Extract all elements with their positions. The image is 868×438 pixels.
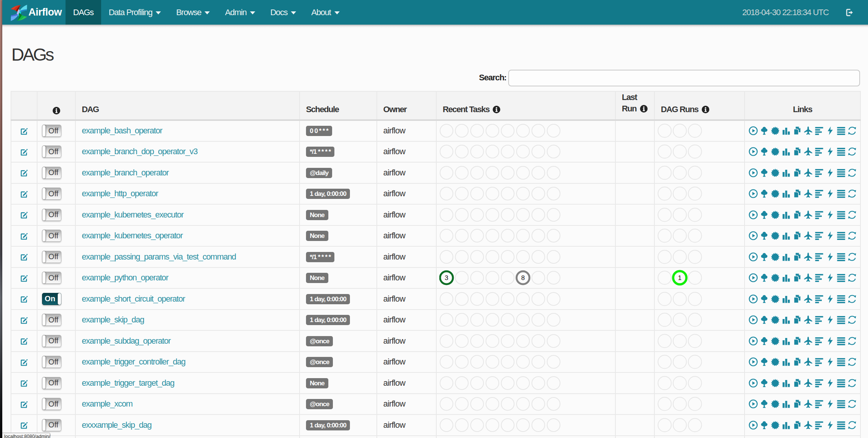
landing-plane-icon[interactable]	[804, 379, 813, 388]
tree-icon[interactable]	[760, 421, 769, 430]
logs-align-justify-icon[interactable]	[837, 294, 846, 303]
graph-starburst-icon[interactable]	[771, 399, 780, 408]
gantt-align-left-icon[interactable]	[815, 231, 824, 240]
code-flash-icon[interactable]	[826, 294, 835, 303]
code-flash-icon[interactable]	[826, 379, 835, 388]
logs-align-justify-icon[interactable]	[837, 147, 846, 156]
graph-starburst-icon[interactable]	[771, 357, 780, 366]
logs-align-justify-icon[interactable]	[837, 399, 846, 408]
landing-plane-icon[interactable]	[804, 273, 813, 282]
graph-starburst-icon[interactable]	[771, 252, 780, 261]
tree-icon[interactable]	[760, 294, 769, 303]
duration-bars-icon[interactable]	[782, 273, 791, 282]
dag-pause-toggle[interactable]: Off	[42, 398, 61, 410]
edit-dag-icon[interactable]	[20, 421, 28, 430]
play-circle-icon[interactable]	[749, 210, 758, 219]
duration-bars-icon[interactable]	[782, 126, 791, 135]
tries-duplicate-icon[interactable]	[793, 421, 802, 430]
edit-dag-icon[interactable]	[20, 295, 28, 303]
dag-pause-toggle[interactable]: Off	[42, 272, 61, 284]
play-circle-icon[interactable]	[749, 231, 758, 240]
dag-pause-toggle[interactable]: Off	[42, 188, 61, 200]
logs-align-justify-icon[interactable]	[837, 357, 846, 366]
schedule-badge[interactable]: 0 0 * * *	[306, 126, 332, 136]
gantt-align-left-icon[interactable]	[815, 210, 824, 219]
tree-icon[interactable]	[760, 273, 769, 282]
code-flash-icon[interactable]	[826, 168, 835, 177]
dag-link[interactable]: example_branch_dop_operator_v3	[82, 147, 197, 156]
landing-plane-icon[interactable]	[804, 210, 813, 219]
duration-bars-icon[interactable]	[782, 421, 791, 430]
edit-dag-icon[interactable]	[20, 274, 28, 283]
code-flash-icon[interactable]	[826, 357, 835, 366]
refresh-icon[interactable]	[848, 210, 857, 219]
landing-plane-icon[interactable]	[804, 315, 813, 324]
gantt-align-left-icon[interactable]	[815, 379, 824, 388]
code-flash-icon[interactable]	[826, 231, 835, 240]
dag-pause-toggle[interactable]: Off	[42, 209, 61, 221]
dag-link[interactable]: example_passing_params_via_test_command	[82, 252, 236, 261]
tree-icon[interactable]	[760, 336, 769, 346]
tries-duplicate-icon[interactable]	[793, 147, 802, 156]
duration-bars-icon[interactable]	[782, 252, 791, 261]
code-flash-icon[interactable]	[826, 147, 835, 156]
col-header-dag-runs[interactable]: DAG Runs	[654, 91, 745, 120]
duration-bars-icon[interactable]	[782, 210, 791, 219]
play-circle-icon[interactable]	[749, 294, 758, 303]
landing-plane-icon[interactable]	[804, 294, 813, 303]
dag-link[interactable]: example_skip_dag	[82, 315, 144, 324]
duration-bars-icon[interactable]	[782, 189, 791, 198]
logs-align-justify-icon[interactable]	[837, 421, 846, 430]
play-circle-icon[interactable]	[749, 147, 758, 156]
duration-bars-icon[interactable]	[782, 147, 791, 156]
schedule-badge[interactable]: 1 day, 0:00:00	[306, 189, 350, 199]
edit-dag-icon[interactable]	[20, 253, 28, 261]
graph-starburst-icon[interactable]	[771, 147, 780, 156]
play-circle-icon[interactable]	[749, 399, 758, 408]
tries-duplicate-icon[interactable]	[793, 315, 802, 324]
graph-starburst-icon[interactable]	[771, 379, 780, 388]
schedule-badge[interactable]: 1 day, 0:00:00	[306, 315, 350, 325]
duration-bars-icon[interactable]	[782, 399, 791, 408]
gantt-align-left-icon[interactable]	[815, 399, 824, 408]
edit-dag-icon[interactable]	[20, 148, 28, 156]
dag-pause-toggle[interactable]: Off	[42, 145, 61, 158]
code-flash-icon[interactable]	[826, 336, 835, 346]
dag-link[interactable]: exxxample_skip_dag	[82, 420, 151, 430]
search-input[interactable]	[508, 70, 860, 86]
code-flash-icon[interactable]	[826, 252, 835, 261]
duration-bars-icon[interactable]	[782, 168, 791, 177]
gantt-align-left-icon[interactable]	[815, 421, 824, 430]
duration-bars-icon[interactable]	[782, 315, 791, 324]
schedule-badge[interactable]: */1 * * * *	[306, 252, 334, 262]
logs-align-justify-icon[interactable]	[837, 168, 846, 177]
refresh-icon[interactable]	[848, 126, 857, 135]
graph-starburst-icon[interactable]	[771, 421, 780, 430]
logs-align-justify-icon[interactable]	[837, 189, 846, 198]
col-header-dag[interactable]: DAG	[75, 91, 300, 120]
dag-link[interactable]: example_trigger_target_dag	[82, 378, 174, 388]
edit-dag-icon[interactable]	[20, 337, 28, 346]
schedule-badge[interactable]: @daily	[306, 168, 332, 178]
nav-item-browse[interactable]: Browse	[169, 0, 217, 25]
graph-starburst-icon[interactable]	[771, 231, 780, 240]
schedule-badge[interactable]: None	[306, 378, 328, 388]
gantt-align-left-icon[interactable]	[815, 252, 824, 261]
tree-icon[interactable]	[760, 231, 769, 240]
landing-plane-icon[interactable]	[804, 399, 813, 408]
play-circle-icon[interactable]	[749, 273, 758, 282]
tries-duplicate-icon[interactable]	[793, 379, 802, 388]
dag-link[interactable]: example_kubernetes_executor	[82, 210, 183, 219]
tree-icon[interactable]	[760, 168, 769, 177]
refresh-icon[interactable]	[848, 336, 857, 346]
refresh-icon[interactable]	[848, 189, 857, 198]
landing-plane-icon[interactable]	[804, 168, 813, 177]
graph-starburst-icon[interactable]	[771, 168, 780, 177]
duration-bars-icon[interactable]	[782, 231, 791, 240]
dag-link[interactable]: example_xcom	[82, 399, 133, 408]
dag-pause-toggle[interactable]: Off	[42, 314, 61, 326]
tree-icon[interactable]	[760, 357, 769, 366]
code-flash-icon[interactable]	[826, 273, 835, 282]
tree-icon[interactable]	[760, 315, 769, 324]
play-circle-icon[interactable]	[749, 421, 758, 430]
